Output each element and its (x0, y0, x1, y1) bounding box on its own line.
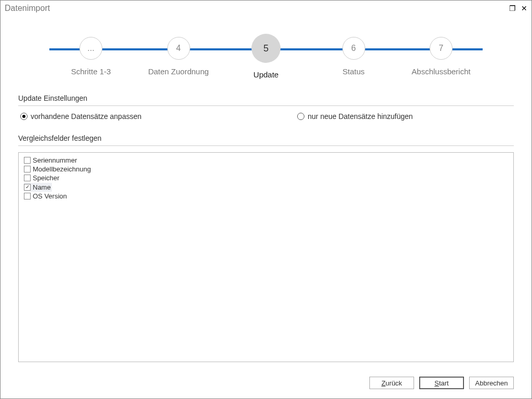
step-circle: 4 (167, 37, 190, 60)
window-title: Datenimport (5, 4, 50, 13)
close-icon[interactable]: ✕ (521, 4, 527, 12)
button-label: Abbrechen (475, 379, 508, 387)
field-label: Speicher (33, 174, 59, 182)
step-label: Schritte 1-3 (71, 67, 111, 76)
cancel-button[interactable]: Abbrechen (469, 377, 514, 389)
update-settings-title: Update Einstellungen (18, 94, 514, 106)
field-label: Modellbezeichnung (33, 165, 91, 173)
titlebar: Datenimport ❐ ✕ (1, 1, 531, 16)
button-label: Zurück (381, 379, 402, 387)
field-item-modellbezeichnung[interactable]: Modellbezeichnung (24, 165, 508, 174)
step-label: Abschlussbericht (411, 67, 470, 76)
step-label: Daten Zuordnung (148, 67, 209, 76)
step-1-3[interactable]: ... Schritte 1-3 (49, 37, 132, 79)
radio-icon (297, 113, 304, 120)
compare-fields-title: Vergleichsfelder festlegen (18, 134, 514, 146)
maximize-icon[interactable]: ❐ (509, 4, 516, 12)
field-label: Name (33, 183, 51, 191)
step-5[interactable]: 5 Update (224, 37, 308, 79)
start-button[interactable]: Start (419, 377, 464, 389)
step-label: Status (342, 67, 365, 76)
button-label: Start (434, 379, 448, 387)
step-circle: 5 (251, 34, 281, 63)
field-item-name[interactable]: Name (24, 183, 52, 192)
step-circle: 7 (430, 37, 453, 60)
checkbox-icon[interactable] (24, 175, 31, 181)
wizard-stepper: ... Schritte 1-3 4 Daten Zuordnung 5 Upd… (18, 37, 514, 84)
step-7[interactable]: 7 Abschlussbericht (400, 37, 483, 79)
field-label: Seriennummer (33, 156, 77, 164)
checkbox-icon[interactable] (24, 157, 31, 164)
checkbox-icon[interactable] (24, 166, 31, 172)
radio-label: vorhandene Datensätze anpassen (31, 112, 141, 121)
radio-adjust-existing[interactable]: vorhandene Datensätze anpassen (20, 112, 141, 121)
radio-add-new[interactable]: nur neue Datensätze hinzufügen (297, 112, 413, 121)
compare-fields-list: Seriennummer Modellbezeichnung Speicher … (18, 152, 514, 362)
field-item-speicher[interactable]: Speicher (24, 174, 508, 182)
step-4[interactable]: 4 Daten Zuordnung (137, 37, 220, 79)
field-item-seriennummer[interactable]: Seriennummer (24, 156, 508, 165)
checkbox-icon[interactable] (24, 193, 31, 200)
radio-icon (20, 113, 28, 120)
field-item-osversion[interactable]: OS Version (24, 192, 508, 201)
step-6[interactable]: 6 Status (312, 37, 395, 79)
checkbox-icon[interactable] (24, 184, 31, 191)
back-button[interactable]: Zurück (369, 377, 414, 389)
step-circle: 6 (342, 37, 365, 60)
radio-label: nur neue Datensätze hinzufügen (308, 112, 413, 121)
step-circle: ... (79, 37, 102, 60)
step-label: Update (254, 70, 278, 79)
field-label: OS Version (33, 192, 67, 200)
